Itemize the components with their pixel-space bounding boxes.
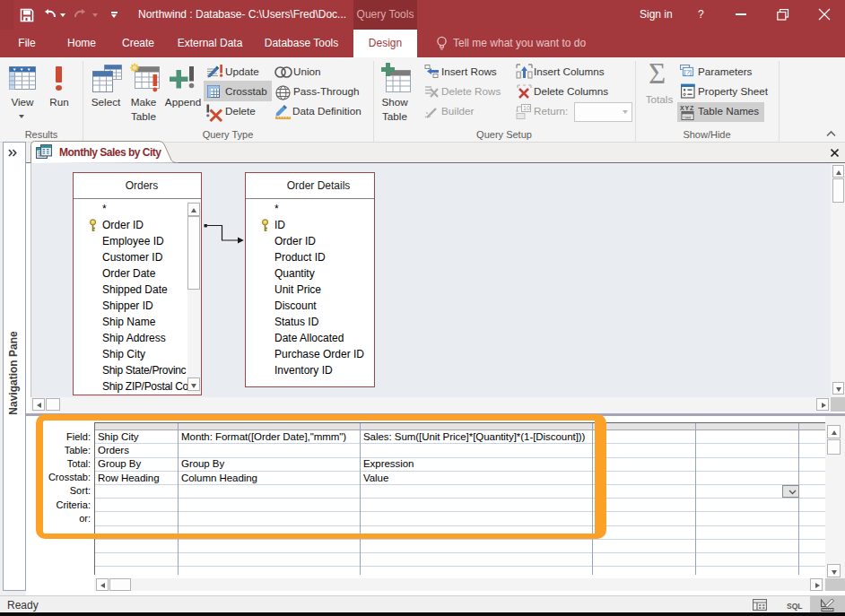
svg-text:10: 10 <box>523 105 530 111</box>
svg-text:[?]: [?] <box>684 68 692 76</box>
svg-text:XYZ: XYZ <box>680 105 694 111</box>
